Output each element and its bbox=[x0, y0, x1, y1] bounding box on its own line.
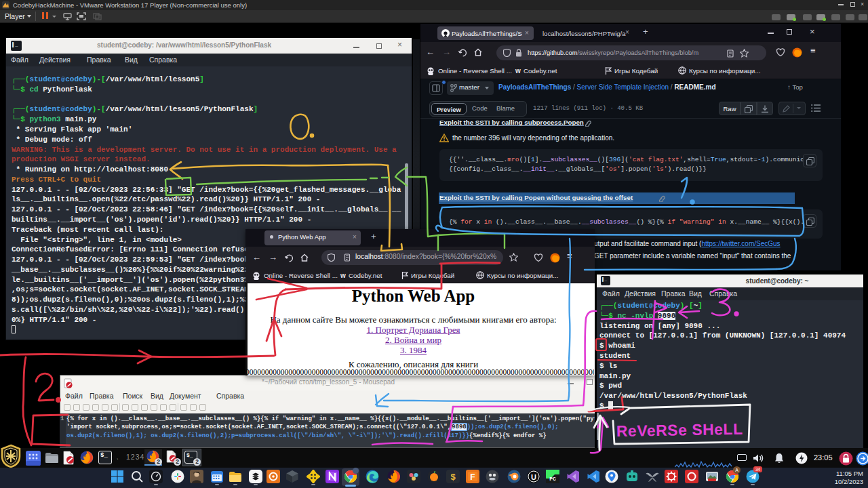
svg-text:$: $ bbox=[450, 472, 456, 482]
svg-text:PC: PC bbox=[549, 476, 556, 482]
svg-text:F: F bbox=[470, 472, 475, 482]
svg-text:U: U bbox=[531, 473, 536, 481]
